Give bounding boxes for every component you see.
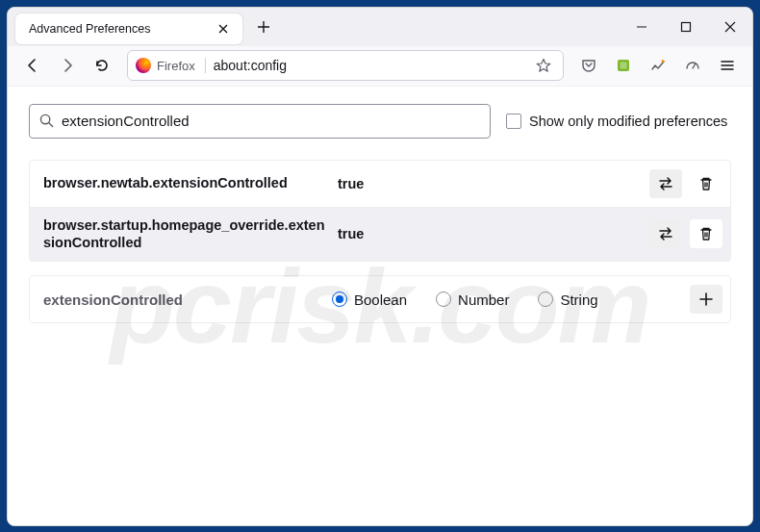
search-input[interactable] (62, 113, 480, 129)
radio-label: Boolean (354, 291, 407, 308)
pref-row: browser.startup.homepage_override.extens… (30, 208, 730, 262)
row-actions (649, 169, 722, 198)
mail-icon[interactable] (643, 50, 673, 81)
radio-number[interactable]: Number (436, 291, 509, 308)
svg-rect-2 (621, 63, 627, 69)
delete-button[interactable] (690, 219, 722, 248)
pref-name: browser.startup.homepage_override.extens… (43, 216, 332, 253)
menu-button[interactable] (712, 50, 743, 81)
radio-boolean[interactable]: Boolean (332, 291, 407, 308)
search-box[interactable] (29, 104, 491, 139)
toggle-button[interactable] (649, 219, 682, 248)
window-controls (620, 8, 752, 46)
close-window-button[interactable] (708, 8, 752, 46)
pref-row: browser.newtab.extensionControlled true (30, 161, 730, 208)
toggle-icon (657, 176, 674, 191)
tab-title: Advanced Preferences (29, 22, 214, 36)
close-tab-icon[interactable] (214, 19, 233, 38)
delete-button[interactable] (690, 169, 722, 198)
trash-icon (698, 176, 714, 191)
radio-label: String (560, 291, 597, 308)
add-button[interactable] (690, 285, 722, 314)
row-actions (649, 219, 722, 248)
new-pref-row: extensionControlled Boolean Number Strin… (29, 275, 731, 323)
svg-point-3 (662, 60, 665, 63)
toggle-button[interactable] (649, 169, 682, 198)
trash-icon (698, 226, 714, 241)
extension-icon[interactable] (608, 50, 639, 81)
minimize-button[interactable] (620, 8, 664, 46)
svg-rect-0 (682, 22, 691, 31)
pref-value: true (332, 226, 649, 241)
titlebar: Advanced Preferences (8, 8, 752, 46)
search-icon (39, 114, 54, 128)
toggle-icon (657, 226, 674, 241)
new-pref-name: extensionControlled (43, 291, 332, 308)
url-identity[interactable]: Firefox (136, 58, 206, 73)
radio-icon (538, 291, 553, 307)
modified-only-toggle[interactable]: Show only modified preferences (506, 114, 727, 129)
page-content: pcrisk.com Show only modified preference… (8, 87, 752, 525)
search-row: Show only modified preferences (29, 104, 731, 139)
radio-label: Number (458, 291, 509, 308)
pref-name: browser.newtab.extensionControlled (43, 174, 332, 192)
back-button[interactable] (17, 50, 48, 81)
reload-button[interactable] (87, 50, 117, 81)
firefox-icon (136, 58, 151, 73)
radio-icon (436, 291, 451, 307)
dashboard-icon[interactable] (677, 50, 708, 81)
pref-value: true (332, 176, 649, 191)
nav-toolbar: Firefox about:config (8, 46, 752, 87)
bookmark-star-icon[interactable] (532, 58, 555, 73)
new-tab-button[interactable] (250, 13, 277, 40)
radio-icon (332, 291, 347, 307)
maximize-button[interactable] (664, 8, 708, 46)
url-text: about:config (214, 58, 532, 73)
forward-button[interactable] (52, 50, 83, 81)
url-bar[interactable]: Firefox about:config (127, 50, 564, 81)
checkbox-icon[interactable] (506, 114, 521, 129)
modified-only-label: Show only modified preferences (529, 114, 727, 129)
pocket-icon[interactable] (573, 50, 604, 81)
plus-icon (698, 291, 714, 307)
type-radio-group: Boolean Number String (332, 291, 690, 308)
radio-string[interactable]: String (538, 291, 597, 308)
results-table: browser.newtab.extensionControlled true … (29, 160, 731, 263)
browser-window: Advanced Preferences (7, 7, 753, 526)
browser-tab[interactable]: Advanced Preferences (15, 13, 242, 44)
url-identity-text: Firefox (157, 59, 195, 73)
